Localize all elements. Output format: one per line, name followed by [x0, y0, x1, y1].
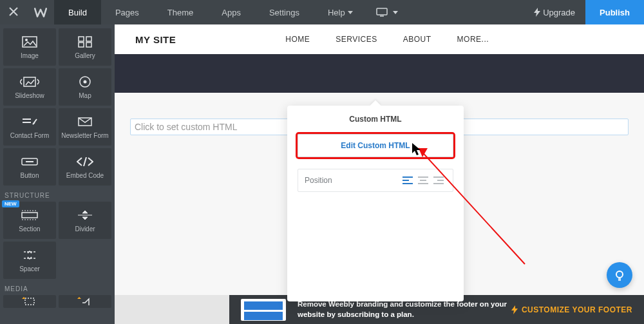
nav-home[interactable]: HOME: [285, 35, 310, 44]
tool-spacer[interactable]: Spacer: [3, 242, 56, 279]
tab-help[interactable]: Help: [314, 0, 367, 24]
align-right-icon: [433, 176, 444, 184]
new-badge: NEW: [2, 200, 19, 207]
site-header: MY SITE HOME SERVICES ABOUT MORE...: [115, 24, 644, 54]
image-icon: [22, 36, 37, 48]
desktop-icon: [376, 8, 388, 17]
svg-rect-6: [86, 43, 91, 47]
align-left-icon: [402, 176, 413, 184]
site-title[interactable]: MY SITE: [135, 34, 176, 45]
spacer-icon: [22, 250, 37, 260]
section-icon: [21, 210, 38, 220]
embed-code-icon: [77, 157, 93, 166]
align-left-button[interactable]: [400, 176, 415, 184]
tool-newsletter-form[interactable]: Newsletter Form: [59, 108, 111, 146]
close-editor-button[interactable]: [0, 7, 27, 18]
svg-rect-3: [79, 37, 84, 41]
audio-icon: [77, 296, 93, 305]
tab-apps[interactable]: Apps: [207, 0, 255, 24]
tool-map[interactable]: Map: [59, 68, 111, 106]
tab-settings[interactable]: Settings: [255, 0, 314, 24]
align-center-icon: [418, 176, 428, 184]
sidebar-section-structure: STRUCTURE: [5, 192, 111, 199]
align-center-button[interactable]: [415, 176, 431, 184]
button-icon: [21, 158, 38, 166]
svg-rect-5: [79, 43, 84, 47]
align-right-button[interactable]: [431, 176, 446, 184]
footer-preview-thumb: [241, 299, 286, 321]
map-icon: [79, 75, 91, 88]
lightning-icon: [511, 305, 518, 314]
tool-section[interactable]: NEWSection: [3, 202, 56, 239]
nav-more[interactable]: MORE...: [457, 35, 489, 44]
top-toolbar: Build Pages Theme Apps Settings Help Upg…: [0, 0, 644, 24]
tool-contact-form[interactable]: Contact Form: [3, 108, 56, 146]
custom-html-popup: Custom HTML Edit Custom HTML Position: [287, 106, 464, 301]
footer-message: Remove Weebly branding and customize the…: [298, 300, 507, 319]
slideshow-icon: [20, 77, 39, 87]
nav-about[interactable]: ABOUT: [403, 35, 431, 44]
tool-slideshow[interactable]: Slideshow: [3, 68, 56, 106]
tool-image[interactable]: Image: [3, 28, 56, 66]
svg-rect-12: [26, 161, 33, 162]
tab-build[interactable]: Build: [54, 0, 101, 24]
upgrade-button[interactable]: Upgrade: [524, 8, 585, 17]
customize-footer-button[interactable]: CUSTOMIZE YOUR FOOTER: [511, 305, 632, 314]
hero-band: [115, 54, 644, 93]
close-icon: [9, 7, 18, 16]
chevron-down-icon: [393, 11, 398, 14]
svg-rect-13: [22, 213, 37, 218]
svg-rect-0: [377, 8, 387, 15]
tool-divider[interactable]: Divider: [59, 202, 111, 239]
lightning-icon: [534, 8, 540, 17]
tool-gallery[interactable]: Gallery: [59, 28, 111, 66]
nav-services[interactable]: SERVICES: [336, 35, 377, 44]
publish-button[interactable]: Publish: [585, 0, 644, 24]
position-label: Position: [305, 176, 400, 185]
tool-media-1[interactable]: [3, 295, 56, 308]
tool-button[interactable]: Button: [3, 148, 56, 186]
help-bubble-button[interactable]: [607, 262, 632, 288]
svg-rect-4: [86, 37, 91, 41]
edit-custom-html-button[interactable]: Edit Custom HTML: [298, 134, 453, 157]
tool-embed-code[interactable]: Embed Code: [59, 148, 111, 186]
chevron-down-icon: [348, 11, 353, 14]
newsletter-icon: [78, 117, 92, 126]
lightbulb-icon: [614, 269, 625, 281]
svg-rect-14: [25, 298, 34, 305]
svg-point-2: [25, 39, 28, 41]
tab-pages[interactable]: Pages: [101, 0, 153, 24]
sidebar-section-media: MEDIA: [5, 285, 111, 292]
video-icon: [22, 296, 37, 305]
gallery-icon: [78, 36, 92, 48]
svg-point-17: [616, 271, 623, 278]
divider-icon: [77, 211, 93, 220]
device-preview-button[interactable]: [367, 8, 407, 17]
site-nav: HOME SERVICES ABOUT MORE...: [285, 35, 489, 44]
elements-sidebar: Image Gallery Slideshow Map Contact Form…: [0, 24, 115, 324]
svg-point-9: [84, 81, 87, 84]
position-row: Position: [298, 169, 453, 192]
tab-theme[interactable]: Theme: [153, 0, 207, 24]
tool-media-2[interactable]: [59, 295, 111, 308]
popup-title: Custom HTML: [294, 115, 457, 124]
svg-rect-7: [24, 77, 35, 86]
contact-form-icon: [22, 117, 37, 126]
weebly-logo: [27, 7, 54, 18]
